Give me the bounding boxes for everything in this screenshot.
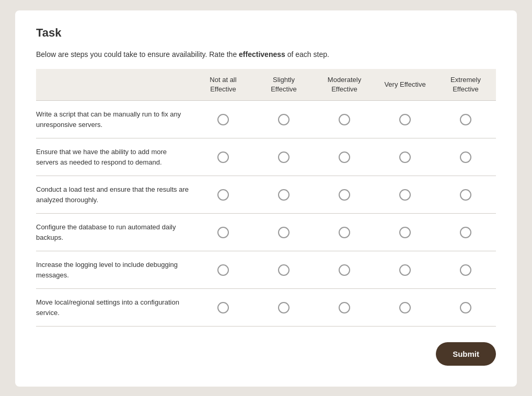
radio-cell-row1-very	[375, 101, 435, 138]
rating-table: Not at allEffective SlightlyEffective Mo…	[36, 69, 496, 327]
radio-container	[379, 189, 431, 201]
radio-cell-row5-slightly	[253, 251, 314, 289]
radio-container	[318, 114, 371, 125]
radio-row3-slightly[interactable]	[278, 189, 290, 201]
radio-cell-row2-moderately	[314, 138, 375, 176]
radio-row5-moderately[interactable]	[339, 264, 350, 276]
radio-cell-row1-moderately	[314, 101, 375, 138]
table-header-row: Not at allEffective SlightlyEffective Mo…	[36, 69, 496, 101]
radio-container	[318, 227, 371, 238]
radio-cell-row2-not_at_all	[193, 138, 253, 176]
radio-row6-not_at_all[interactable]	[217, 302, 229, 313]
radio-row6-moderately[interactable]	[339, 302, 350, 313]
instructions-bold: effectiveness	[239, 50, 285, 59]
radio-cell-row6-moderately	[314, 289, 375, 327]
radio-container	[197, 114, 249, 125]
radio-container	[379, 114, 431, 125]
radio-cell-row6-slightly	[253, 289, 314, 327]
col-header-description	[36, 69, 193, 101]
radio-row1-not_at_all[interactable]	[217, 114, 229, 125]
radio-cell-row5-not_at_all	[193, 251, 253, 289]
radio-cell-row2-extremely	[435, 138, 496, 176]
radio-container	[197, 302, 249, 313]
radio-row4-slightly[interactable]	[278, 227, 290, 238]
radio-container	[379, 152, 431, 163]
radio-cell-row4-slightly	[253, 214, 314, 251]
radio-container	[379, 227, 431, 238]
radio-container	[440, 264, 492, 276]
radio-cell-row3-moderately	[314, 176, 375, 214]
radio-cell-row1-extremely	[435, 101, 496, 138]
radio-row1-slightly[interactable]	[278, 114, 290, 125]
radio-container	[197, 152, 249, 163]
table-row: Move local/regional settings into a conf…	[36, 289, 496, 327]
radio-row5-very[interactable]	[399, 264, 411, 276]
radio-row1-extremely[interactable]	[460, 114, 471, 125]
radio-container	[197, 227, 249, 238]
col-header-very: Very Effective	[375, 69, 435, 101]
radio-cell-row4-extremely	[435, 214, 496, 251]
radio-row3-not_at_all[interactable]	[217, 189, 229, 201]
radio-row3-very[interactable]	[399, 189, 411, 201]
table-row: Ensure that we have the ability to add m…	[36, 138, 496, 176]
radio-row3-moderately[interactable]	[339, 189, 350, 201]
radio-row3-extremely[interactable]	[460, 189, 471, 201]
radio-row5-not_at_all[interactable]	[217, 264, 229, 276]
radio-row2-slightly[interactable]	[278, 152, 290, 163]
radio-row6-very[interactable]	[399, 302, 411, 313]
radio-row2-moderately[interactable]	[339, 152, 350, 163]
radio-cell-row3-slightly	[253, 176, 314, 214]
radio-cell-row3-extremely	[435, 176, 496, 214]
radio-row6-slightly[interactable]	[278, 302, 290, 313]
radio-container	[440, 302, 492, 313]
radio-cell-row5-moderately	[314, 251, 375, 289]
row-description: Write a script that can be manually run …	[36, 101, 193, 138]
instructions: Below are steps you could take to ensure…	[36, 50, 496, 59]
radio-row5-slightly[interactable]	[278, 264, 290, 276]
table-row: Increase the logging level to include de…	[36, 251, 496, 289]
main-card: Task Below are steps you could take to e…	[15, 10, 517, 387]
radio-row4-very[interactable]	[399, 227, 411, 238]
radio-container	[379, 302, 431, 313]
col-header-moderately: ModeratelyEffective	[314, 69, 375, 101]
col-header-extremely: ExtremelyEffective	[435, 69, 496, 101]
radio-row2-very[interactable]	[399, 152, 411, 163]
radio-row2-extremely[interactable]	[460, 152, 471, 163]
table-row: Conduct a load test and ensure that the …	[36, 176, 496, 214]
radio-cell-row6-very	[375, 289, 435, 327]
radio-container	[258, 302, 310, 313]
radio-row5-extremely[interactable]	[460, 264, 471, 276]
submit-area: Submit	[36, 342, 496, 366]
radio-container	[440, 227, 492, 238]
radio-container	[197, 264, 249, 276]
radio-container	[318, 152, 371, 163]
radio-cell-row3-not_at_all	[193, 176, 253, 214]
radio-container	[258, 189, 310, 201]
col-header-not-at-all: Not at allEffective	[193, 69, 253, 101]
radio-cell-row6-extremely	[435, 289, 496, 327]
radio-cell-row5-very	[375, 251, 435, 289]
radio-container	[318, 302, 371, 313]
radio-container	[258, 227, 310, 238]
radio-container	[440, 189, 492, 201]
radio-container	[197, 189, 249, 201]
radio-cell-row4-not_at_all	[193, 214, 253, 251]
page-title: Task	[36, 26, 496, 40]
radio-cell-row4-very	[375, 214, 435, 251]
radio-row4-extremely[interactable]	[460, 227, 471, 238]
radio-cell-row1-not_at_all	[193, 101, 253, 138]
instructions-prefix: Below are steps you could take to ensure…	[36, 50, 239, 59]
radio-row1-moderately[interactable]	[339, 114, 350, 125]
radio-cell-row3-very	[375, 176, 435, 214]
radio-container	[318, 189, 371, 201]
radio-cell-row6-not_at_all	[193, 289, 253, 327]
submit-button[interactable]: Submit	[436, 342, 496, 366]
radio-row6-extremely[interactable]	[460, 302, 471, 313]
radio-row2-not_at_all[interactable]	[217, 152, 229, 163]
radio-row4-not_at_all[interactable]	[217, 227, 229, 238]
radio-row1-very[interactable]	[399, 114, 411, 125]
radio-container	[379, 264, 431, 276]
radio-container	[258, 114, 310, 125]
radio-row4-moderately[interactable]	[339, 227, 350, 238]
radio-cell-row5-extremely	[435, 251, 496, 289]
